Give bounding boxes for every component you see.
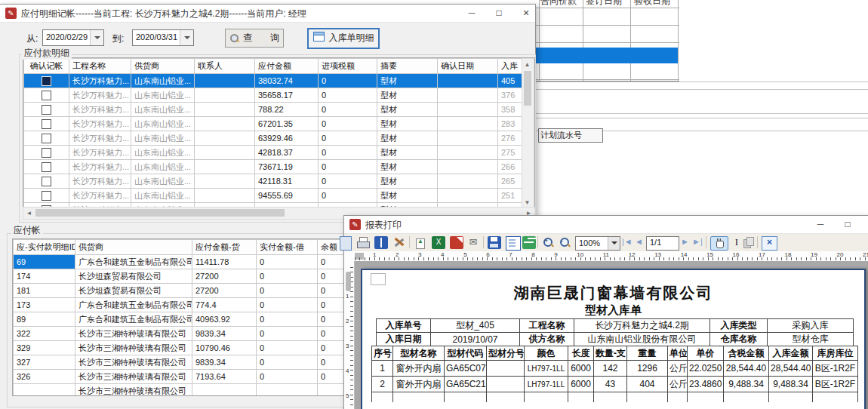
selected-empty-row[interactable] <box>531 48 678 63</box>
table-row[interactable]: 长沙万科魅力...山东南山铝业...35658.170型材376 <box>24 88 524 103</box>
app-icon: ✎ <box>5 8 17 19</box>
contract-col-signdate: 签订日期 <box>586 0 622 8</box>
report-preview-area[interactable]: 1 2 3 4 5 湖南巨晟门窗幕墙有限公司 型材入库单 入库单号型材_405 … <box>344 261 868 409</box>
from-date-value: 2020/02/29 <box>46 32 88 42</box>
export-excel-icon[interactable] <box>432 236 445 249</box>
zoom-out-icon[interactable]: - <box>559 236 572 249</box>
confirm-checkbox[interactable] <box>42 119 51 129</box>
plan-serial-field[interactable]: 计划流水号 <box>538 128 603 143</box>
export-icon[interactable] <box>414 236 427 249</box>
page-number-input[interactable]: 1/1 <box>646 236 679 251</box>
chevron-down-icon[interactable] <box>180 30 193 45</box>
to-date-value: 2020/03/31 <box>136 32 177 42</box>
confirm-checkbox[interactable] <box>42 134 51 143</box>
print-icon[interactable] <box>356 236 370 249</box>
report-detail-table: 序号型材名称型材代码型材分号颜色长度数量-支重量单位单价含税金额入库金额库房库位… <box>371 346 858 402</box>
page-setup-icon[interactable] <box>374 236 388 249</box>
table-row[interactable]: 长沙万科魅力...山东南山铝业...42818.370型材275 <box>24 146 524 160</box>
close-preview-icon[interactable] <box>762 236 777 251</box>
confirm-checkbox[interactable] <box>42 105 51 115</box>
empty-row <box>372 392 858 403</box>
confirm-checkbox[interactable] <box>42 162 51 172</box>
minimize-button[interactable]: ─ <box>462 5 482 22</box>
confirm-checkbox[interactable] <box>42 191 51 201</box>
last-page-icon[interactable]: ►| <box>692 237 703 246</box>
window-icon <box>313 32 325 42</box>
report-info-table: 入库单号型材_405 工程名称长沙万科魅力之城4.2期 入库类型采购入库 入库日… <box>376 318 854 346</box>
close-button[interactable]: × <box>865 216 868 233</box>
hand-tool-icon[interactable] <box>710 236 728 251</box>
table-row[interactable]: 长沙万科魅力...山东南山铝业...38032.740型材405 <box>24 74 524 88</box>
horizontal-ruler: 123456789101112131415161718192021 <box>344 251 868 262</box>
contract-table: 合同价款 签订日期 验收日期 <box>531 0 679 81</box>
payable-group-label: 应付帐 <box>11 224 43 237</box>
maximize-button[interactable]: □ <box>489 5 509 22</box>
maximize-button[interactable]: □ <box>838 216 857 233</box>
zoom-level-value: 100% <box>579 238 600 248</box>
report-print-window[interactable]: ✎ 报表打印 ─ □ × + - 100% |◄ ◄ 1/1 ► ►| <box>343 215 868 409</box>
query-button[interactable]: 查 询 <box>225 29 284 48</box>
copy-icon[interactable] <box>742 236 756 249</box>
report-company-name: 湖南巨晟门窗幕墙有限公司 <box>362 283 864 303</box>
minimize-button[interactable]: ─ <box>811 216 830 233</box>
confirm-checkbox[interactable] <box>42 148 51 158</box>
header-row: 确认记帐工程名称供货商联系人应付金额进项税额摘要确认日期入库 <box>24 59 524 74</box>
window-title: 应付明细记帐------当前工程: 长沙万科魅力之城4.2期------当前用户… <box>21 8 306 20</box>
design-icon[interactable] <box>340 236 352 251</box>
title-bar[interactable]: ✎ 报表打印 ─ □ × <box>344 216 868 234</box>
zoom-level-select[interactable]: 100% <box>575 236 620 251</box>
contract-col-price: 合同价款 <box>540 0 577 8</box>
table-row[interactable]: 长沙万科魅力...山东南山铝业...94555.690型材251 <box>24 189 524 203</box>
scroll-up-icon[interactable]: ▲ <box>522 60 532 69</box>
ruler-marker <box>346 272 351 291</box>
header-row: 序号型材名称型材代码型材分号颜色长度数量-支重量单位单价含税金额入库金额库房库位 <box>372 346 858 361</box>
confirm-checkbox[interactable] <box>42 76 51 86</box>
export-pdf-icon[interactable] <box>450 236 463 249</box>
close-button[interactable]: × <box>516 5 536 22</box>
inbound-detail-button[interactable]: 入库单明细 <box>307 28 380 49</box>
table-row[interactable]: 长沙万科魅力...山东南山铝业...67201.350型材283 <box>24 117 524 131</box>
title-bar[interactable]: ✎ 应付明细记帐------当前工程: 长沙万科魅力之城4.2期------当前… <box>0 5 535 23</box>
tools-icon[interactable] <box>392 236 406 249</box>
scrollbar-thumb[interactable] <box>35 209 285 217</box>
window-title: 报表打印 <box>365 219 402 232</box>
table-row[interactable]: 长沙万科魅力...山东南山铝业...63929.460型材276 <box>24 131 524 146</box>
report-toolbar: + - 100% |◄ ◄ 1/1 ► ►| <box>344 234 868 252</box>
vertical-ruler: 1 2 3 4 5 <box>344 261 355 409</box>
table-row[interactable]: 长沙万科魅力...山东南山铝业...73671.190型材266 <box>24 160 524 174</box>
table-row: 2窗外开内扇GA65C21LH797-1LL600043404公斤23.4860… <box>372 377 858 392</box>
table-row[interactable]: 长沙万科魅力...山东南山铝业...42118.310型材265 <box>24 174 524 189</box>
app-icon: ✎ <box>349 219 361 230</box>
confirm-checkbox[interactable] <box>42 177 51 186</box>
chevron-down-icon[interactable] <box>608 237 620 250</box>
report-page: 湖南巨晟门窗幕墙有限公司 型材入库单 入库单号型材_405 工程名称长沙万科魅力… <box>361 269 866 409</box>
confirm-checkbox[interactable] <box>42 91 51 100</box>
to-label: 到: <box>112 32 124 45</box>
chevron-down-icon[interactable] <box>90 30 103 45</box>
to-date-picker[interactable]: 2020/03/31 <box>132 29 194 46</box>
prev-page-icon[interactable]: ◄ <box>635 237 643 246</box>
scroll-left-icon[interactable]: ◄ <box>24 208 34 218</box>
scrollbar-thumb[interactable] <box>524 71 531 106</box>
vertical-scrollbar[interactable]: ▲ ▼ <box>522 58 534 208</box>
zoom-in-icon[interactable]: + <box>542 236 556 249</box>
from-label: 从: <box>26 32 38 45</box>
document-icon[interactable] <box>506 236 521 251</box>
report-title: 型材入库单 <box>362 303 864 318</box>
email-icon[interactable] <box>466 236 480 249</box>
search-icon <box>229 33 239 42</box>
archive-icon[interactable] <box>522 236 536 249</box>
payable-detail-group-label: 应付款明细 <box>22 47 72 60</box>
first-page-icon[interactable]: |◄ <box>622 237 633 246</box>
next-page-icon[interactable]: ► <box>681 237 689 246</box>
payable-detail-table[interactable]: 确认记帐工程名称供货商联系人应付金额进项税额摘要确认日期入库 长沙万科魅力...… <box>23 57 535 208</box>
save-icon[interactable] <box>488 236 501 249</box>
table-row: 1窗外开内扇GA65C07LH797-1LL60001421296公斤22.02… <box>372 361 858 377</box>
contract-col-acceptdate: 验收日期 <box>634 0 670 8</box>
from-date-picker[interactable]: 2020/02/29 <box>42 29 104 46</box>
table-row[interactable]: 长沙万科魅力...山东南山铝业...788.220型材358 <box>24 103 524 117</box>
